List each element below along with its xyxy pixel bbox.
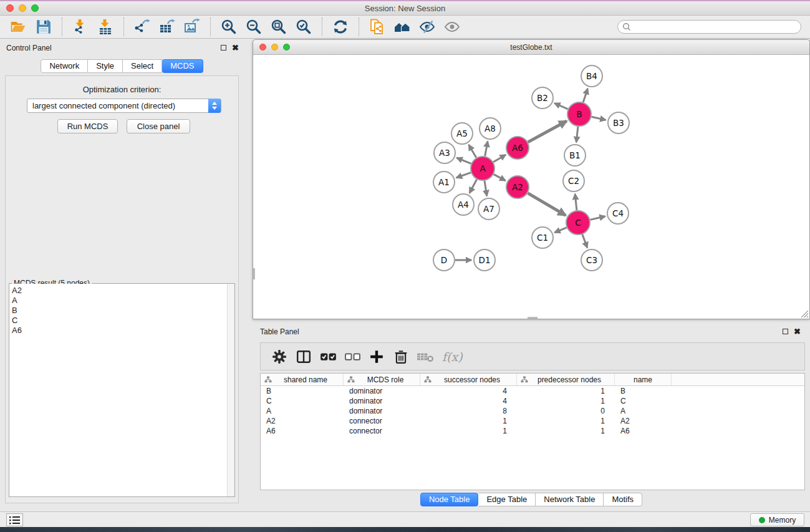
tab-network[interactable]: Network [41, 59, 88, 73]
edge-A6-B[interactable] [528, 121, 567, 142]
zoom-selected-icon[interactable] [293, 17, 314, 36]
graph-node-B2[interactable]: B2 [532, 87, 553, 109]
eye-icon[interactable] [441, 17, 463, 36]
tab-edge-table[interactable]: Edge Table [478, 493, 536, 506]
graph-node-C[interactable]: C [566, 211, 590, 235]
graph-node-D1[interactable]: D1 [474, 249, 495, 271]
graph-node-D[interactable]: D [433, 249, 455, 271]
criterion-select[interactable]: largest connected component (directed) [27, 99, 221, 113]
vertical-scrollbar-thumb[interactable] [253, 268, 255, 279]
column-header-successor-nodes[interactable]: successor nodes [420, 374, 517, 385]
edge-A2-C[interactable] [528, 193, 566, 216]
close-panel-icon[interactable]: ✖ [794, 328, 801, 335]
graph-node-C2[interactable]: C2 [563, 170, 584, 191]
edge-C-C1[interactable] [554, 228, 566, 233]
memory-button[interactable]: Memory [750, 513, 804, 526]
column-header-shared-name[interactable]: shared name [261, 374, 344, 385]
graph-node-A3[interactable]: A3 [434, 142, 455, 163]
search-input[interactable] [617, 20, 801, 34]
table-row[interactable]: A2connector11A2 [261, 416, 804, 426]
edge-A-A1[interactable] [456, 173, 471, 178]
table-row[interactable]: Cdominator41C [261, 396, 804, 406]
graph-node-A2[interactable]: A2 [506, 176, 529, 198]
horizontal-scrollbar-thumb[interactable] [528, 317, 538, 319]
home-icon[interactable] [392, 17, 413, 36]
mcds-list-scrollbar[interactable] [227, 284, 234, 496]
mcds-result-item[interactable]: B [12, 306, 227, 316]
tab-node-table[interactable]: Node Table [420, 493, 479, 506]
tab-network-table[interactable]: Network Table [536, 493, 604, 506]
edge-C-C4[interactable] [591, 216, 605, 220]
graph-node-C4[interactable]: C4 [607, 203, 629, 224]
column-header-predecessor-nodes[interactable]: predecessor nodes [517, 374, 615, 385]
resize-grip[interactable] [801, 310, 809, 318]
tab-mcds[interactable]: MCDS [162, 59, 203, 73]
table-row[interactable]: Bdominator41B [261, 386, 804, 396]
export-network-icon[interactable] [132, 17, 153, 36]
graph-node-A8[interactable]: A8 [480, 118, 501, 139]
import-network-icon[interactable] [70, 17, 91, 36]
edge-B-B3[interactable] [592, 117, 606, 120]
function-icon[interactable]: f(x) [442, 350, 463, 364]
column-header-mcds-role[interactable]: MCDS role [344, 374, 420, 385]
mcds-result-item[interactable]: A2 [12, 286, 227, 296]
edge-C-C3[interactable] [582, 235, 587, 248]
graph-node-C1[interactable]: C1 [532, 227, 553, 248]
network-window-titlebar[interactable]: testGlobe.txt [253, 40, 809, 55]
export-table-icon[interactable] [157, 17, 178, 36]
split-columns-icon[interactable] [292, 347, 315, 366]
table-row[interactable]: A6connector11A6 [261, 426, 804, 436]
zoom-fit-icon[interactable] [268, 17, 289, 36]
gear-icon[interactable] [268, 347, 291, 366]
edge-A-A7[interactable] [485, 181, 487, 196]
float-panel-icon[interactable] [221, 45, 226, 51]
open-folder-icon[interactable] [8, 17, 29, 36]
import-table-icon[interactable] [95, 17, 116, 36]
edge-B-B2[interactable] [554, 104, 568, 109]
edge-A-A8[interactable] [485, 142, 488, 157]
run-mcds-button[interactable]: Run MCDS [57, 119, 118, 133]
tab-select[interactable]: Select [123, 59, 162, 73]
zoom-in-icon[interactable] [218, 17, 239, 36]
column-header-name[interactable]: name [615, 374, 672, 385]
edge-A-A4[interactable] [470, 180, 477, 193]
edge-A-A6[interactable] [493, 155, 506, 162]
float-panel-icon[interactable] [783, 329, 788, 334]
graph-node-C3[interactable]: C3 [581, 249, 602, 271]
trash-icon[interactable] [390, 347, 412, 366]
close-panel-icon[interactable]: ✖ [232, 44, 239, 51]
graph-node-B1[interactable]: B1 [564, 145, 586, 166]
deselect-all-checkboxes-icon[interactable] [341, 347, 364, 366]
mcds-result-item[interactable]: A [12, 296, 227, 306]
delete-table-icon[interactable] [414, 347, 436, 366]
add-icon[interactable] [365, 347, 388, 366]
search-field[interactable] [617, 20, 801, 34]
edge-C-C2[interactable] [575, 194, 577, 210]
graph-node-B[interactable]: B [567, 102, 591, 126]
graph-node-A[interactable]: A [471, 157, 494, 180]
zoom-out-icon[interactable] [243, 17, 264, 36]
graph-node-A7[interactable]: A7 [478, 198, 499, 220]
graph-node-A5[interactable]: A5 [451, 123, 473, 144]
edge-B-B4[interactable] [583, 89, 587, 102]
network-canvas[interactable]: B4B2BB3B1A5A8A6A3AA1A2C2A4A7CC4C1C3DD1 [253, 55, 809, 319]
select-all-checkboxes-icon[interactable] [317, 347, 339, 366]
mcds-result-list[interactable]: A2ABCA6 [9, 284, 227, 496]
graph-node-A1[interactable]: A1 [433, 172, 455, 193]
graph-node-A4[interactable]: A4 [453, 194, 474, 215]
graph-node-B3[interactable]: B3 [608, 112, 629, 133]
edge-B-B1[interactable] [576, 127, 578, 142]
edge-A-A3[interactable] [456, 158, 471, 163]
refresh-icon[interactable] [330, 17, 351, 36]
eye-slash-icon[interactable] [417, 17, 438, 36]
graph-node-A6[interactable]: A6 [506, 137, 529, 159]
task-list-button[interactable] [6, 513, 23, 526]
graph-node-B4[interactable]: B4 [581, 65, 602, 87]
export-image-icon[interactable] [181, 17, 203, 36]
mcds-result-item[interactable]: C [12, 316, 227, 326]
save-icon[interactable] [33, 17, 54, 36]
tab-motifs[interactable]: Motifs [604, 493, 642, 506]
copy-network-icon[interactable] [367, 17, 388, 36]
tab-style[interactable]: Style [88, 59, 123, 73]
edge-A-A5[interactable] [469, 145, 476, 158]
